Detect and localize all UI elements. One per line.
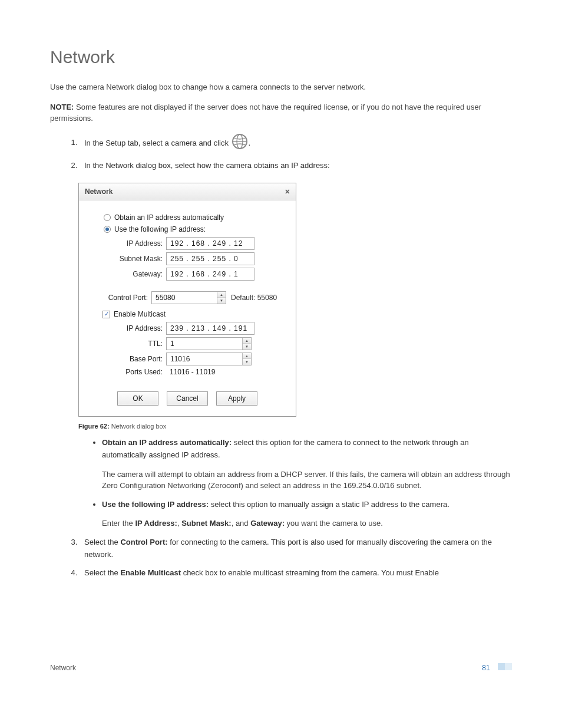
footer-section: Network: [50, 664, 76, 672]
step-1-post: .: [249, 138, 251, 147]
ip-address-input[interactable]: 192 . 168 . 249 . 12: [166, 237, 254, 250]
bullet-static-strong: Use the following IP address:: [102, 500, 209, 509]
spinner-up-icon[interactable]: ▲: [243, 353, 251, 359]
subnet-mask-label: Subnet Mask:: [112, 255, 166, 263]
gateway-label: Gateway:: [112, 270, 166, 278]
base-port-label: Base Port:: [112, 355, 166, 363]
ttl-label: TTL:: [112, 340, 166, 348]
gateway-input[interactable]: 192 . 168 . 249 . 1: [166, 268, 254, 281]
step4-post: check box to enable multicast streaming …: [181, 568, 439, 577]
apply-button[interactable]: Apply: [216, 391, 257, 406]
ok-button[interactable]: OK: [117, 391, 158, 406]
note-label: NOTE:: [50, 103, 74, 111]
step3-strong: Control Port:: [120, 538, 167, 546]
radio-static-row[interactable]: Use the following IP address:: [104, 225, 286, 233]
bullet-static-text: select this option to manually assign a …: [209, 500, 449, 509]
step-4: Select the Enable Multicast check box to…: [80, 567, 512, 579]
mc-ip-label: IP Address:: [112, 324, 166, 332]
b2-post: you want the camera to use.: [285, 519, 383, 528]
footer-decoration-icon: [498, 663, 512, 670]
step4-strong: Enable Multicast: [120, 568, 181, 577]
control-port-default: Default: 55080: [231, 294, 277, 302]
step3-pre: Select the: [84, 538, 120, 546]
dialog-title: Network: [85, 187, 113, 196]
bullet-auto-strong: Obtain an IP address automatically:: [102, 438, 232, 447]
network-dialog: Network × Obtain an IP address automatic…: [78, 183, 296, 417]
step-1-pre: In the Setup tab, select a camera and cl…: [84, 138, 231, 147]
step-1: In the Setup tab, select a camera and cl…: [80, 133, 512, 154]
bullet-static-para: Enter the IP Address:, Subnet Mask:, and…: [102, 518, 512, 529]
page-title: Network: [50, 47, 512, 67]
dialog-figure: Network × Obtain an IP address automatic…: [78, 183, 512, 417]
step4-pre: Select the: [84, 568, 120, 577]
enable-multicast-label: Enable Multicast: [114, 310, 166, 318]
cancel-button[interactable]: Cancel: [167, 391, 208, 406]
spinner-up-icon[interactable]: ▲: [243, 338, 251, 344]
spinner-up-icon[interactable]: ▲: [217, 292, 226, 298]
base-port-value: 11016: [167, 355, 242, 363]
network-globe-icon: [231, 133, 249, 154]
radio-auto-row[interactable]: Obtain an IP address automatically: [104, 213, 286, 222]
note-paragraph: NOTE: Some features are not displayed if…: [50, 101, 512, 124]
b2-subnet: Subnet Mask:: [181, 519, 232, 528]
subnet-mask-input[interactable]: 255 . 255 . 255 . 0: [166, 252, 254, 265]
control-port-label: Control Port:: [95, 294, 151, 302]
figure-caption-label: Figure 62:: [78, 423, 110, 430]
control-port-input[interactable]: 55080 ▲ ▼: [151, 291, 226, 304]
close-icon[interactable]: ×: [285, 187, 290, 196]
page-footer: Network 81: [50, 663, 512, 672]
ttl-value: 1: [167, 340, 242, 348]
b2-pre: Enter the: [102, 519, 135, 528]
b2-gateway: Gateway:: [250, 519, 285, 528]
spinner-down-icon[interactable]: ▼: [243, 344, 251, 350]
enable-multicast-checkbox[interactable]: ✓: [103, 311, 110, 318]
mc-ip-input[interactable]: 239 . 213 . 149 . 191: [166, 322, 254, 335]
spinner-down-icon[interactable]: ▼: [243, 359, 251, 365]
radio-static-label: Use the following IP address:: [114, 225, 206, 233]
spinner-down-icon[interactable]: ▼: [217, 298, 226, 304]
b2-ip: IP Address:: [135, 519, 177, 528]
bullet-auto: Obtain an IP address automatically: sele…: [102, 437, 512, 492]
bullet-static: Use the following IP address: select thi…: [102, 499, 512, 529]
ports-used-label: Ports Used:: [112, 368, 166, 376]
step-3: Select the Control Port: for connecting …: [80, 536, 512, 561]
b2-sep2: , and: [232, 519, 251, 528]
check-icon: ✓: [104, 311, 109, 317]
ports-used-value: 11016 - 11019: [166, 368, 215, 376]
ip-address-label: IP Address:: [112, 239, 166, 248]
figure-caption-text: Network dialog box: [110, 423, 167, 430]
dialog-titlebar: Network ×: [79, 183, 296, 200]
intro-paragraph: Use the camera Network dialog box to cha…: [50, 81, 512, 93]
footer-page-number: 81: [482, 664, 490, 672]
radio-auto-label: Obtain an IP address automatically: [114, 213, 224, 222]
bullet-auto-para: The camera will attempt to obtain an add…: [102, 469, 512, 492]
base-port-input[interactable]: 11016 ▲ ▼: [166, 353, 252, 365]
radio-checked-icon: [104, 226, 111, 233]
control-port-value: 55080: [152, 294, 217, 302]
figure-caption: Figure 62: Network dialog box: [78, 423, 512, 430]
ttl-input[interactable]: 1 ▲ ▼: [166, 337, 252, 350]
radio-unchecked-icon: [104, 214, 111, 221]
note-text: Some features are not displayed if the s…: [50, 103, 481, 123]
step-2: In the Network dialog box, select how th…: [80, 160, 512, 172]
